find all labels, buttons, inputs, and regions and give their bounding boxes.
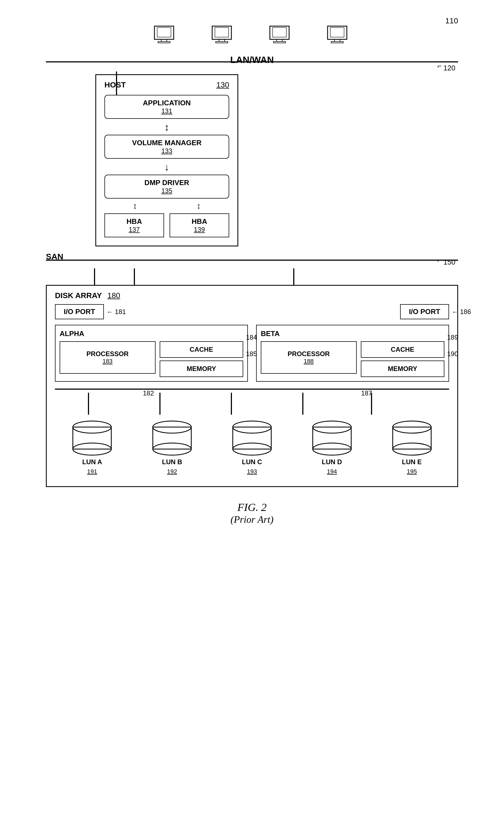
computer-icon-3 [268, 25, 293, 47]
alpha-controller: ALPHA PROCESSOR 183 CACHE MEMORY 184 18 [55, 325, 248, 382]
lun-a-label: LUN A [82, 458, 102, 466]
beta-ref-2: 190 [447, 350, 458, 358]
v-conn-3 [293, 269, 294, 285]
hba1-label: HBA [111, 217, 157, 226]
v-lun1 [88, 393, 89, 415]
disk-array-header: DISK ARRAY 180 [55, 291, 449, 300]
alpha-memory-ref: 185 [246, 350, 257, 358]
san-section: SAN ⌐ 150 [46, 252, 458, 269]
lun-c: LUN C 193 [230, 420, 274, 475]
dmp-driver-label: DMP DRIVER [110, 178, 223, 187]
arrow-app-volmgr: ↕ [104, 122, 229, 133]
luns-section: LUN A 191 LUN B 192 [55, 393, 449, 475]
svg-rect-13 [330, 27, 344, 37]
lun-d-ref: 194 [327, 468, 337, 475]
lun-vlines [55, 393, 449, 415]
beta-processor-ref: 188 [267, 358, 351, 365]
alpha-processor-ref: 183 [66, 358, 150, 365]
host-label: HOST [104, 81, 126, 89]
alpha-cache: CACHE [160, 341, 244, 358]
alpha-processor-box: PROCESSOR 183 [60, 341, 156, 374]
v-conn-2 [134, 269, 135, 285]
io-port-1-label: I/O PORT [64, 307, 95, 316]
lan-wan-label: LAN/WAN [230, 55, 274, 65]
luns-row: LUN A 191 LUN B 192 [55, 420, 449, 475]
disk-array-ref: 180 [107, 291, 120, 300]
io-port-1: I/O PORT [55, 304, 104, 319]
beta-memory: MEMORY [361, 361, 445, 377]
computer-icon-1 [153, 25, 178, 47]
v-connectors [46, 269, 458, 285]
alpha-memory: MEMORY [160, 361, 244, 377]
application-label: APPLICATION [110, 99, 223, 107]
volume-manager-label: VOLUME MANAGER [110, 139, 223, 147]
io-port-2-wrapper: I/O PORT ← 186 [400, 304, 449, 319]
lun-c-cylinder [230, 420, 274, 456]
io-port-1-ref-arrow: ← 181 [106, 308, 126, 316]
io-port-2-label: I/O PORT [409, 307, 440, 316]
beta-processor-label: PROCESSOR [267, 350, 351, 358]
beta-cache: CACHE [361, 341, 445, 358]
svg-rect-3 [158, 42, 170, 43]
bus-line [55, 389, 449, 390]
lun-c-label: LUN C [242, 458, 262, 466]
v-lun3 [231, 393, 232, 415]
alpha-cache-memory: CACHE MEMORY [160, 341, 244, 377]
hba1-ref: 137 [111, 226, 157, 233]
fig-sub: (Prior Art) [46, 514, 458, 525]
svg-rect-29 [393, 427, 431, 449]
hba2-ref: 139 [177, 226, 222, 233]
san-line [46, 259, 458, 261]
computer-icon-2 [211, 25, 236, 47]
lun-d: LUN D 194 [310, 420, 354, 475]
beta-cache-memory: CACHE MEMORY [361, 341, 445, 377]
lan-bracket: ⌐ [437, 62, 442, 70]
dmp-driver-ref: 135 [110, 187, 223, 195]
svg-rect-7 [216, 42, 228, 43]
v-lun2 [159, 393, 161, 415]
computer-3 [268, 25, 293, 47]
svg-rect-1 [157, 27, 171, 37]
controllers-row: ALPHA PROCESSOR 183 CACHE MEMORY 184 18 [55, 325, 449, 382]
lun-b: LUN B 192 [150, 420, 194, 475]
lun-e: LUN E 195 [390, 420, 434, 475]
volume-manager-box: VOLUME MANAGER 133 [104, 135, 229, 159]
fig-label: FIG. 2 [46, 501, 458, 514]
lun-b-label: LUN B [162, 458, 182, 466]
io-port-2: I/O PORT [400, 304, 449, 319]
beta-controller: BETA PROCESSOR 188 CACHE MEMORY 189 190 [256, 325, 449, 382]
io-port-2-ref: 186 [460, 308, 471, 315]
dmp-driver-box: DMP DRIVER 135 [104, 175, 229, 199]
svg-rect-5 [215, 27, 229, 37]
computer-2 [211, 25, 236, 47]
volume-manager-ref: 133 [110, 147, 223, 155]
lan-wan-section: LAN/WAN ⌐ 120 [46, 52, 458, 72]
beta-ref-1: 189 [447, 333, 458, 341]
hba-arrows-row: ↕ ↕ [104, 201, 229, 211]
lun-c-ref: 193 [247, 468, 257, 475]
lun-e-ref: 195 [407, 468, 417, 475]
arrow-dmp-hba2: ↕ [168, 201, 229, 211]
io-port-1-wrapper: I/O PORT ← 181 [55, 304, 104, 319]
v-lun4 [302, 393, 304, 415]
san-bracket: ⌐ [437, 256, 442, 265]
disk-array-label: DISK ARRAY [55, 291, 102, 300]
lun-a: LUN A 191 [70, 420, 114, 475]
host-section: HOST 130 APPLICATION 131 ↕ VOLUME MANAGE… [68, 74, 238, 246]
host-ref: 130 [216, 81, 229, 89]
lun-e-label: LUN E [402, 458, 422, 466]
arrow-dmp-hba1: ↕ [104, 201, 165, 211]
io-port-1-ref: 181 [115, 308, 126, 315]
svg-rect-23 [233, 427, 271, 449]
io-ports-row: I/O PORT ← 181 I/O PORT ← 186 [55, 304, 449, 319]
svg-rect-9 [273, 27, 286, 37]
hba-row: HBA 137 HBA 139 [104, 213, 229, 237]
application-ref: 131 [110, 107, 223, 115]
disk-array-box: DISK ARRAY 180 I/O PORT ← 181 I/O PORT ←… [46, 285, 458, 487]
lun-d-label: LUN D [322, 458, 342, 466]
figure-caption: FIG. 2 (Prior Art) [46, 501, 458, 525]
svg-rect-11 [273, 42, 285, 43]
hba1-box: HBA 137 [104, 213, 164, 237]
application-box: APPLICATION 131 [104, 95, 229, 119]
hba2-box: HBA 139 [170, 213, 229, 237]
